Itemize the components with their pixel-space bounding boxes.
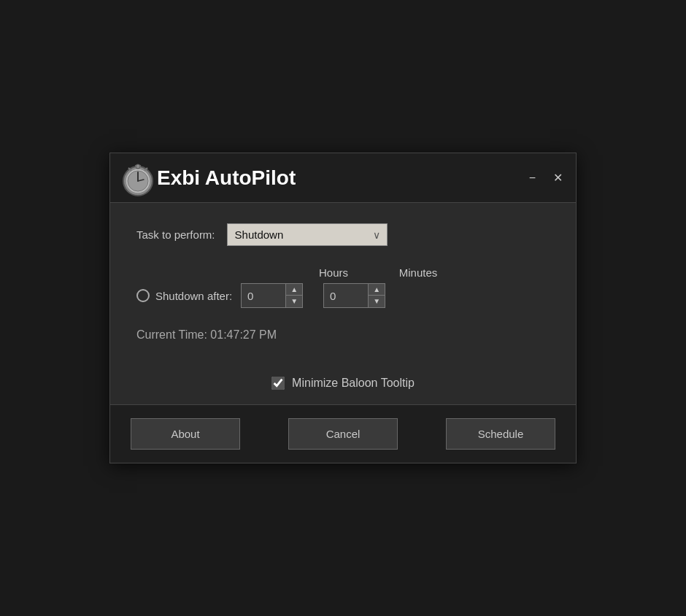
minimize-button[interactable]: − bbox=[525, 171, 540, 185]
minutes-down-button[interactable]: ▼ bbox=[369, 296, 385, 307]
radio-inner bbox=[140, 293, 146, 299]
hours-spinbox: ▲ ▼ bbox=[241, 283, 303, 308]
hours-spinbox-buttons: ▲ ▼ bbox=[285, 284, 302, 307]
shutdown-after-label: Shutdown after: bbox=[155, 290, 232, 302]
hours-header: Hours bbox=[297, 266, 370, 279]
cancel-button[interactable]: Cancel bbox=[288, 418, 398, 450]
spinbox-group: ▲ ▼ ▲ ▼ bbox=[241, 283, 385, 308]
shutdown-radio[interactable] bbox=[136, 289, 150, 302]
minutes-up-button[interactable]: ▲ bbox=[369, 284, 385, 296]
minutes-input[interactable] bbox=[324, 287, 368, 305]
app-title: Exbi AutoPilot bbox=[157, 166, 525, 190]
window-body: Task to perform: Shutdown Restart Sleep … bbox=[110, 203, 576, 404]
checkbox-row: Minimize Baloon Tooltip bbox=[136, 365, 550, 404]
shutdown-after-row: Shutdown after: ▲ ▼ bbox=[136, 283, 550, 308]
minutes-spinbox-buttons: ▲ ▼ bbox=[368, 284, 385, 307]
main-window: Exbi AutoPilot − ✕ Task to perform: Shut… bbox=[109, 153, 577, 463]
app-icon bbox=[119, 159, 157, 197]
shutdown-radio-option: Shutdown after: bbox=[136, 289, 232, 302]
task-row: Task to perform: Shutdown Restart Sleep … bbox=[136, 223, 550, 246]
about-button[interactable]: About bbox=[131, 418, 240, 450]
title-bar-controls: − ✕ bbox=[525, 171, 567, 185]
minimize-tooltip-label: Minimize Baloon Tooltip bbox=[292, 377, 415, 390]
time-section: Hours Minutes Shutdown after: ▲ bbox=[136, 266, 550, 308]
time-headers: Hours Minutes bbox=[136, 266, 550, 279]
task-select-wrapper: Shutdown Restart Sleep Log Off Hibernate bbox=[227, 223, 388, 246]
title-bar: Exbi AutoPilot − ✕ bbox=[110, 153, 576, 203]
minutes-header: Minutes bbox=[382, 266, 455, 279]
close-button[interactable]: ✕ bbox=[549, 171, 567, 185]
hours-down-button[interactable]: ▼ bbox=[286, 296, 302, 307]
schedule-button[interactable]: Schedule bbox=[446, 418, 555, 450]
task-label: Task to perform: bbox=[136, 228, 215, 241]
hours-up-button[interactable]: ▲ bbox=[286, 284, 302, 296]
current-time-row: Current Time: 01:47:27 PM bbox=[136, 328, 550, 342]
minimize-tooltip-checkbox[interactable] bbox=[271, 377, 285, 390]
minutes-spinbox: ▲ ▼ bbox=[323, 283, 385, 308]
hours-input[interactable] bbox=[242, 287, 285, 305]
footer-bar: About Cancel Schedule bbox=[110, 404, 576, 463]
current-time-label: Current Time: 01:47:27 PM bbox=[136, 328, 277, 341]
task-select[interactable]: Shutdown Restart Sleep Log Off Hibernate bbox=[227, 223, 388, 246]
svg-point-7 bbox=[136, 164, 140, 169]
